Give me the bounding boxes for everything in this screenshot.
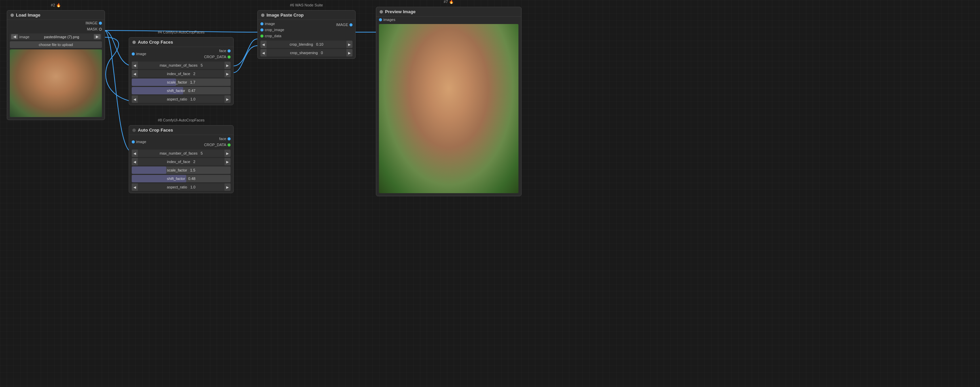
paste-output-label: IMAGE (336, 23, 348, 27)
crop1-face-label: face (219, 49, 226, 53)
image-output-port: IMAGE (7, 20, 105, 26)
crop2-max-faces-prev[interactable]: ◀ (132, 149, 138, 157)
crop2-aspect-label: aspect_ratio 1.0 (138, 185, 224, 189)
file-navigator: ◀ image pasted/image (7).png ▶ (10, 33, 102, 40)
fire-icon-2: 🔥 (56, 3, 61, 7)
node-status-dot-preview (380, 10, 383, 14)
preview-image-title: Preview Image (385, 9, 415, 14)
crop1-aspect-prev[interactable]: ◀ (132, 95, 138, 103)
crop1-cropdata-dot (228, 56, 231, 59)
crop2-max-faces-label: max_number_of_faces 5 (138, 151, 224, 155)
auto-crop-2-header: Auto Crop Faces (129, 125, 233, 135)
mask-output-dot (99, 28, 102, 31)
node-status-dot-paste (261, 14, 264, 17)
crop1-image-dot (132, 52, 135, 56)
file-name-display: pasted/image (7).png (31, 35, 92, 39)
paste-output-dot (350, 23, 353, 26)
crop-sharpening-prev[interactable]: ◀ (261, 49, 267, 57)
crop-sharpening-next[interactable]: ▶ (347, 49, 353, 57)
paste-crop-header: Image Paste Crop (258, 11, 355, 20)
paste-image-dot (261, 22, 264, 25)
crop1-face-dot (228, 49, 231, 52)
preview-image-header: Preview Image (376, 7, 521, 17)
node-tag-8: #8 ComfyUI-AutoCropFaces (158, 118, 205, 122)
crop1-index-face-control: ◀ index_of_face 2 ▶ (132, 70, 231, 78)
crop1-aspect-control: ◀ aspect_ratio 1.0 ▶ (132, 95, 231, 103)
paste-crop-data-label: crop_data (265, 34, 282, 38)
crop2-aspect-next[interactable]: ▶ (224, 183, 231, 191)
crop-blending-next[interactable]: ▶ (347, 41, 353, 48)
upload-button[interactable]: choose file to upload (10, 41, 102, 48)
node-status-dot (11, 14, 14, 17)
crop1-index-prev[interactable]: ◀ (132, 70, 138, 78)
crop1-max-faces-label: max_number_of_faces 5 (138, 63, 224, 67)
crop-blending-control: ◀ crop_blending 0.10 ▶ (261, 41, 353, 48)
crop-sharpening-control: ◀ crop_sharpening 0 ▶ (261, 49, 353, 57)
crop1-index-label: index_of_face 2 (138, 72, 224, 76)
auto-crop-2-title: Auto Crop Faces (138, 127, 173, 133)
crop2-image-dot (132, 140, 135, 143)
crop1-scale-label: scale_factor 1.7 (132, 78, 231, 86)
crop2-face-label: face (219, 137, 226, 141)
load-image-node: #2 🔥 Load Image IMAGE MASK ◀ image paste… (7, 10, 105, 120)
preview-images-dot (379, 18, 382, 21)
crop1-index-next[interactable]: ▶ (224, 70, 231, 78)
crop1-scale-slider[interactable]: scale_factor 1.7 (132, 78, 231, 86)
crop1-aspect-next[interactable]: ▶ (224, 95, 231, 103)
crop-blending-prev[interactable]: ◀ (261, 41, 267, 48)
node-tag-2: #2 🔥 (51, 3, 60, 8)
crop2-cropdata-output: CROP_DATA (201, 142, 233, 148)
image-output-dot (99, 22, 102, 25)
file-prev-button[interactable]: ◀ (11, 34, 18, 39)
crop2-index-next[interactable]: ▶ (224, 158, 231, 165)
preview-image-node: #7 🔥 Preview Image images (376, 7, 522, 196)
crop-sharpening-label: crop_sharpening 0 (267, 51, 347, 55)
file-next-button[interactable]: ▶ (94, 34, 100, 39)
paste-crop-image-dot (261, 29, 264, 32)
crop2-index-face-control: ◀ index_of_face 2 ▶ (132, 158, 231, 165)
auto-crop-faces-node-2: #8 ComfyUI-AutoCropFaces Auto Crop Faces… (129, 125, 234, 193)
paste-image-input: image (258, 21, 287, 27)
preview-images-input: images (376, 17, 521, 23)
paste-crop-image-input: crop_image (258, 27, 287, 33)
node-status-dot-2 (132, 128, 136, 132)
paste-crop-image-label: crop_image (265, 28, 284, 32)
image-output-label: IMAGE (86, 21, 97, 25)
crop-blending-label: crop_blending 0.10 (267, 42, 347, 46)
crop1-image-input: image (129, 48, 149, 60)
preview-images-label: images (383, 17, 395, 22)
node-tag-4: #4 ComfyUI-AutoCropFaces (158, 30, 205, 34)
preview-large-image (379, 24, 519, 193)
node-tag-6: #6 WAS Node Suite (290, 3, 323, 7)
crop2-index-prev[interactable]: ◀ (132, 158, 138, 165)
node-status-dot-1 (132, 41, 136, 44)
crop1-max-faces-control: ◀ max_number_of_faces 5 ▶ (132, 62, 231, 69)
crop2-aspect-control: ◀ aspect_ratio 1.0 ▶ (132, 183, 231, 191)
crop1-shift-label: shift_factor 0.47 (132, 87, 231, 94)
file-nav-label: image (19, 35, 29, 39)
crop2-face-output: face (216, 136, 233, 142)
crop2-face-dot (228, 137, 231, 140)
crop1-image-label: image (136, 52, 146, 56)
crop1-max-faces-prev[interactable]: ◀ (132, 62, 138, 69)
crop2-aspect-prev[interactable]: ◀ (132, 183, 138, 191)
crop2-max-faces-control: ◀ max_number_of_faces 5 ▶ (132, 149, 231, 157)
crop1-shift-slider[interactable]: shift_factor 0.47 (132, 87, 231, 94)
paste-crop-data-input: crop_data (258, 33, 287, 39)
crop2-index-label: index_of_face 2 (138, 160, 224, 164)
crop2-max-faces-next[interactable]: ▶ (224, 149, 231, 157)
mask-output-port: MASK (7, 26, 105, 32)
load-image-title: Load Image (16, 13, 40, 17)
paste-image-output: IMAGE (334, 21, 355, 28)
crop2-scale-slider[interactable]: scale_factor 1.5 (132, 167, 231, 174)
crop1-cropdata-label: CROP_DATA (204, 55, 226, 59)
crop1-max-faces-next[interactable]: ▶ (224, 62, 231, 69)
load-image-header: Load Image (7, 11, 105, 20)
auto-crop-1-header: Auto Crop Faces (129, 38, 233, 47)
crop1-face-output: face (216, 48, 233, 54)
crop2-scale-label: scale_factor 1.5 (132, 167, 231, 174)
crop2-image-input: image (129, 136, 149, 148)
auto-crop-1-title: Auto Crop Faces (138, 40, 173, 44)
crop2-cropdata-dot (228, 143, 231, 146)
crop2-shift-slider[interactable]: shift_factor 0.48 (132, 175, 231, 182)
